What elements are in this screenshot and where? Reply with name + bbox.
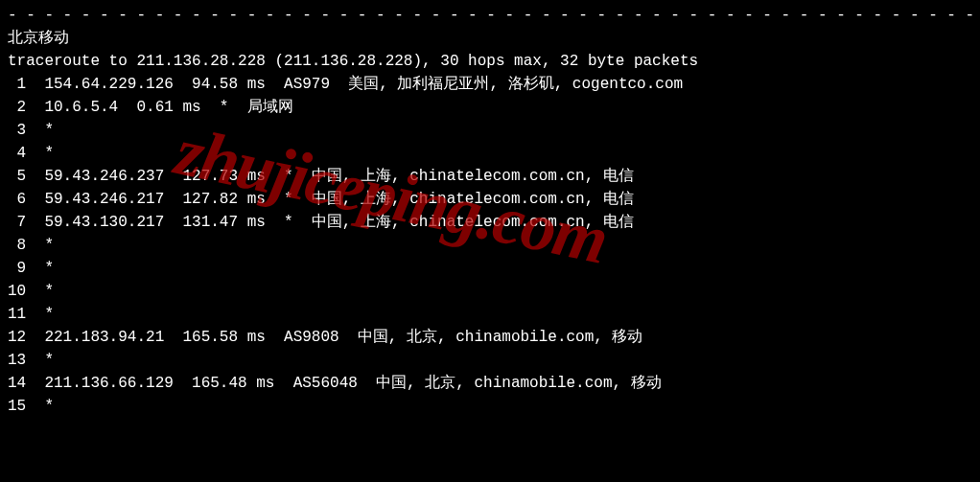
- hop-line: 5 59.43.246.237 127.73 ms * 中国, 上海, chin…: [8, 165, 972, 188]
- hop-line: 14 211.136.66.129 165.48 ms AS56048 中国, …: [8, 372, 972, 395]
- hop-detail: *: [26, 122, 54, 139]
- hop-line: 6 59.43.246.217 127.82 ms * 中国, 上海, chin…: [8, 188, 972, 211]
- hop-line: 13 *: [8, 349, 972, 372]
- hop-detail: *: [26, 352, 54, 369]
- hop-line: 11 *: [8, 303, 972, 326]
- hop-detail: 221.183.94.21 165.58 ms AS9808 中国, 北京, c…: [26, 329, 642, 346]
- hop-number: 8: [8, 234, 26, 257]
- hop-number: 3: [8, 119, 26, 142]
- trace-title: 北京移动: [8, 27, 972, 50]
- hop-number: 5: [8, 165, 26, 188]
- hop-detail: 211.136.66.129 165.48 ms AS56048 中国, 北京,…: [26, 375, 662, 392]
- hop-number: 13: [8, 349, 26, 372]
- traceroute-header: traceroute to 211.136.28.228 (211.136.28…: [8, 50, 972, 73]
- hop-number: 10: [8, 280, 26, 303]
- hop-detail: *: [26, 237, 54, 254]
- hop-detail: *: [26, 398, 54, 415]
- hop-detail: *: [26, 306, 54, 323]
- hop-detail: *: [26, 283, 54, 300]
- hop-detail: 59.43.130.217 131.47 ms * 中国, 上海, chinat…: [26, 214, 634, 231]
- hop-number: 7: [8, 211, 26, 234]
- hop-number: 12: [8, 326, 26, 349]
- hop-line: 3 *: [8, 119, 972, 142]
- hop-detail: 59.43.246.217 127.82 ms * 中国, 上海, chinat…: [26, 191, 634, 208]
- hop-detail: 59.43.246.237 127.73 ms * 中国, 上海, chinat…: [26, 168, 634, 185]
- hop-number: 4: [8, 142, 26, 165]
- hop-number: 11: [8, 303, 26, 326]
- hop-line: 10 *: [8, 280, 972, 303]
- hop-number: 1: [8, 73, 26, 96]
- hops-list: 1 154.64.229.126 94.58 ms AS979 美国, 加利福尼…: [8, 73, 972, 418]
- hop-line: 15 *: [8, 395, 972, 418]
- hop-number: 15: [8, 395, 26, 418]
- hop-line: 4 *: [8, 142, 972, 165]
- divider-line: - - - - - - - - - - - - - - - - - - - - …: [8, 4, 972, 27]
- hop-number: 2: [8, 96, 26, 119]
- hop-detail: 154.64.229.126 94.58 ms AS979 美国, 加利福尼亚州…: [26, 76, 683, 93]
- hop-detail: *: [26, 145, 54, 162]
- hop-line: 8 *: [8, 234, 972, 257]
- hop-number: 9: [8, 257, 26, 280]
- hop-line: 9 *: [8, 257, 972, 280]
- hop-line: 7 59.43.130.217 131.47 ms * 中国, 上海, chin…: [8, 211, 972, 234]
- hop-number: 6: [8, 188, 26, 211]
- hop-number: 14: [8, 372, 26, 395]
- hop-detail: 10.6.5.4 0.61 ms * 局域网: [26, 99, 292, 116]
- hop-line: 2 10.6.5.4 0.61 ms * 局域网: [8, 96, 972, 119]
- hop-detail: *: [26, 260, 54, 277]
- hop-line: 1 154.64.229.126 94.58 ms AS979 美国, 加利福尼…: [8, 73, 972, 96]
- hop-line: 12 221.183.94.21 165.58 ms AS9808 中国, 北京…: [8, 326, 972, 349]
